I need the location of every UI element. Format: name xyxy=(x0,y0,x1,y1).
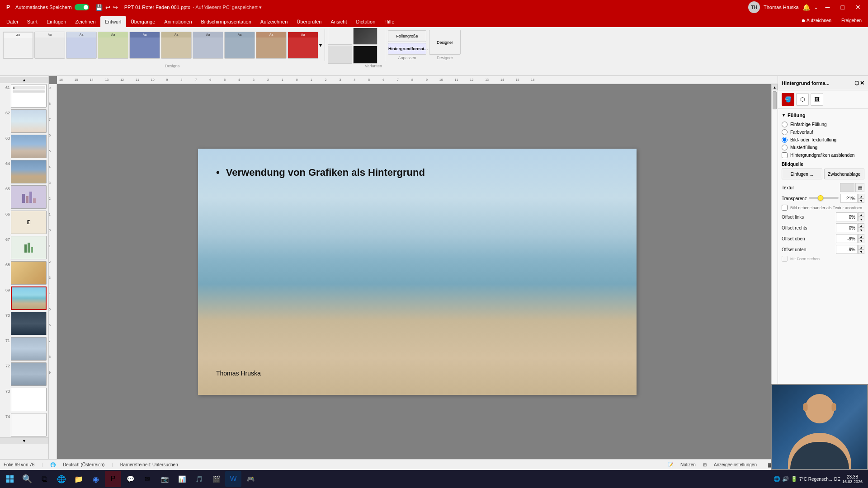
slide-item-63[interactable]: 63 xyxy=(0,134,48,159)
network-icon[interactable]: 🌐 xyxy=(774,476,780,482)
theme-5[interactable]: Aa xyxy=(129,32,160,59)
theme-2[interactable]: Aa xyxy=(34,32,65,59)
variant-2[interactable] xyxy=(353,28,377,45)
fill-solid-radio[interactable] xyxy=(782,122,788,127)
theme-9[interactable]: Aa xyxy=(256,32,287,59)
slide-item-67[interactable]: 67 xyxy=(0,235,48,260)
hintergrund-btn[interactable]: Hintergrundformat... xyxy=(388,43,426,55)
variant-1[interactable] xyxy=(328,28,352,45)
tab-entwurf[interactable]: Entwurf xyxy=(100,16,126,27)
offset-left-input[interactable] xyxy=(836,212,858,221)
app-13[interactable]: 🎮 xyxy=(242,471,259,487)
slide-item-74[interactable]: 74 xyxy=(0,412,48,437)
fill-solid-option[interactable]: Einfarbige Füllung xyxy=(782,122,864,127)
accessibility-label[interactable]: Barrierefreiheit: Untersuchen xyxy=(120,462,178,467)
fill-pattern-radio[interactable] xyxy=(782,145,788,150)
variant-3[interactable] xyxy=(328,46,352,64)
panel-icon-bucket[interactable]: 🪣 xyxy=(782,93,794,106)
sound-icon[interactable]: 🔊 xyxy=(782,476,789,482)
save-icon[interactable]: 💾 xyxy=(95,4,103,11)
offset-left-down[interactable]: ▼ xyxy=(858,217,864,221)
taskview-btn[interactable]: ⧉ xyxy=(36,471,52,487)
slide-item-64[interactable]: 64 xyxy=(0,159,48,184)
themes-scroll-down[interactable]: ▾ xyxy=(319,42,322,48)
foliengroesse-btn[interactable]: Foliengröße xyxy=(388,30,426,42)
close-btn[interactable]: ✕ xyxy=(852,2,864,13)
autosave-toggle[interactable] xyxy=(75,4,89,10)
transparency-up-btn[interactable]: ▲ xyxy=(858,194,864,198)
scroll-thumb[interactable] xyxy=(773,91,777,109)
user-avatar[interactable]: TH xyxy=(748,1,760,13)
maximize-btn[interactable]: □ xyxy=(837,2,848,13)
tab-dictation[interactable]: Dictation xyxy=(351,16,380,27)
theme-8[interactable]: Aa xyxy=(224,32,255,59)
powerpoint-taskbar-icon[interactable]: P xyxy=(105,471,121,487)
slide-scroll-down[interactable]: ▼ xyxy=(0,437,48,444)
panel-icon-effects[interactable]: ⬡ xyxy=(796,93,809,106)
panel-icon-image[interactable]: 🖼 xyxy=(811,93,823,106)
hide-background-option[interactable]: Hintergrundgrafiken ausblenden xyxy=(782,152,864,158)
fill-picture-option[interactable]: Bild- oder Texturfüllung xyxy=(782,137,864,143)
slide-scroll-up[interactable]: ▲ xyxy=(0,77,48,83)
offset-bottom-input[interactable] xyxy=(836,245,858,254)
tab-uebergaenge[interactable]: Übergänge xyxy=(126,16,160,27)
tab-aufzeichnen[interactable]: Aufzeichnen xyxy=(256,16,292,27)
redo-icon[interactable]: ↪ xyxy=(113,4,118,11)
slide-item-68[interactable]: 68 xyxy=(0,260,48,286)
fill-pattern-option[interactable]: Musterfüllung xyxy=(782,145,864,150)
clipboard-btn[interactable]: Zwischenablage xyxy=(824,169,865,179)
transparency-slider[interactable] xyxy=(809,195,839,202)
tab-animationen[interactable]: Animationen xyxy=(160,16,196,27)
theme-10[interactable]: Aa xyxy=(288,32,318,59)
transparency-input[interactable] xyxy=(840,194,858,203)
slide-item-66[interactable]: 66 🗓 xyxy=(0,210,48,235)
tab-einfuegen[interactable]: Einfügen xyxy=(42,16,71,27)
slide-item-72[interactable]: 72 xyxy=(0,361,48,387)
variant-4[interactable] xyxy=(353,46,377,64)
offset-left-up[interactable]: ▲ xyxy=(858,212,864,217)
fill-gradient-option[interactable]: Farbverlauf xyxy=(782,129,864,135)
offset-top-down[interactable]: ▼ xyxy=(858,239,864,243)
skype-icon[interactable]: 💬 xyxy=(122,471,138,487)
designer-btn[interactable]: Designer xyxy=(429,30,461,55)
transparency-down-btn[interactable]: ▼ xyxy=(858,198,864,203)
offset-bottom-down[interactable]: ▼ xyxy=(858,249,864,254)
tab-zeichnen[interactable]: Zeichnen xyxy=(71,16,100,27)
tab-ueberpruefen[interactable]: Überprüfen xyxy=(292,16,326,27)
language-tray[interactable]: DE xyxy=(834,477,840,482)
language-indicator[interactable]: 🌐 xyxy=(50,462,56,467)
start-btn[interactable] xyxy=(2,471,18,487)
ribbon-collapse-icon[interactable]: ⌄ xyxy=(814,4,818,10)
chrome-icon[interactable]: ◉ xyxy=(88,471,104,487)
theme-7[interactable]: Aa xyxy=(193,32,223,59)
clock[interactable]: 23:38 16.03.2026 xyxy=(842,474,863,484)
edge-icon[interactable]: 🌐 xyxy=(53,471,70,487)
panel-close-icon[interactable]: ✕ xyxy=(860,80,864,86)
mit-form-checkbox[interactable] xyxy=(782,256,788,262)
notes-btn[interactable]: 📝 xyxy=(668,462,673,467)
hide-background-checkbox[interactable] xyxy=(782,152,788,158)
tab-datei[interactable]: Datei xyxy=(2,16,23,27)
theme-1[interactable]: Aa xyxy=(3,32,33,59)
tile-texture-checkbox[interactable] xyxy=(782,205,788,211)
tab-hilfe[interactable]: Hilfe xyxy=(380,16,399,27)
app-11[interactable]: 🎬 xyxy=(208,471,224,487)
undo-icon[interactable]: ↩ xyxy=(105,4,110,11)
share-icon[interactable]: 🔔 xyxy=(802,4,810,11)
offset-right-up[interactable]: ▲ xyxy=(858,223,864,228)
slide-item-69[interactable]: 69 xyxy=(0,286,48,311)
offset-bottom-up[interactable]: ▲ xyxy=(858,245,864,249)
minimize-btn[interactable]: ─ xyxy=(822,2,834,13)
app-8[interactable]: 📷 xyxy=(156,471,173,487)
freigeben-btn[interactable]: Freigeben xyxy=(837,15,866,25)
scroll-up-btn[interactable]: ▲ xyxy=(772,84,778,90)
slide-item-70[interactable]: 70 xyxy=(0,311,48,336)
word-icon[interactable]: W xyxy=(225,471,241,487)
tab-start[interactable]: Start xyxy=(23,16,42,27)
offset-top-input[interactable] xyxy=(836,234,858,243)
aufzeichnen-btn[interactable]: ⏺ Aufzeichnen xyxy=(797,15,836,25)
offset-right-down[interactable]: ▼ xyxy=(858,228,864,232)
slide-item-73[interactable]: 73 xyxy=(0,387,48,412)
slide-title[interactable]: • Verwendung von Grafiken als Hintergrun… xyxy=(216,167,425,178)
slide-item-65[interactable]: 65 xyxy=(0,184,48,210)
